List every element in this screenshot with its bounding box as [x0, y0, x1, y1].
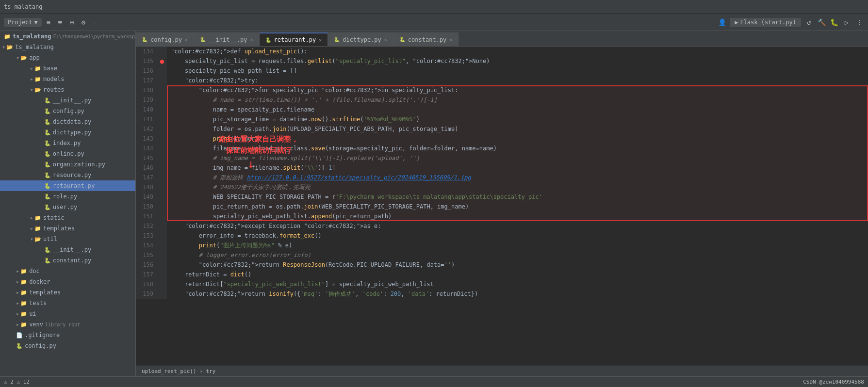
- tree-item-config-py[interactable]: 🐍config.py: [0, 106, 135, 116]
- debug-icon[interactable]: 🐛: [829, 17, 839, 27]
- tree-folder-name: models: [43, 76, 64, 82]
- code-content-140: name = specialty_pic.filename: [167, 105, 868, 114]
- code-line-157: 157 returnDict = dict(): [136, 270, 868, 279]
- tree-item-ui[interactable]: ▸📁ui: [0, 308, 135, 319]
- line-number-156: 156: [136, 260, 157, 270]
- flask-run-button[interactable]: ▶ Flask (start.py): [730, 18, 801, 27]
- file-icon: 🐍: [44, 247, 51, 253]
- tree-item-dicttype-py[interactable]: 🐍dicttype.py: [0, 127, 135, 138]
- line-gutter-135: ●: [157, 56, 167, 66]
- collapse-all-icon[interactable]: ⊟: [67, 17, 77, 27]
- tab-close-button[interactable]: ✕: [319, 37, 322, 43]
- breakpoint-icon[interactable]: ●: [160, 56, 164, 66]
- tree-view-icon[interactable]: ≡: [55, 17, 65, 27]
- code-line-137: 137 "color:#cc7832;">try:: [136, 76, 868, 85]
- tree-item-online-py[interactable]: 🐍online.py: [0, 148, 135, 159]
- code-content-146: img_name = filename.split('\\')[-1]: [167, 163, 868, 173]
- tab-__init__-py[interactable]: 🐍__init__.py✕: [194, 32, 260, 46]
- code-content-143: print(folder): [167, 134, 868, 144]
- tree-item-static[interactable]: ▸📁static: [0, 212, 135, 223]
- folder-icon: 📁: [34, 65, 41, 72]
- toolbar-left: Project ▼ ⊕ ≡ ⊟ ⚙ —: [4, 17, 715, 27]
- tree-item--gitignore[interactable]: 📄.gitignore: [0, 330, 135, 340]
- tab-close-button[interactable]: ✕: [185, 37, 188, 42]
- tree-item-role-py[interactable]: 🐍role.py: [0, 191, 135, 202]
- code-line-148: 148 # 240522使于大家学习测试，先写死: [136, 182, 868, 192]
- build-icon[interactable]: 🔨: [817, 17, 826, 27]
- line-number-141: 141: [136, 114, 157, 124]
- project-root: 📁ts_malatangF:\zhangenwei\pycharm_worksp…: [0, 31, 135, 42]
- tree-item-index-py[interactable]: 🐍index.py: [0, 138, 135, 148]
- csdn-attribution: CSDN @zew1040994588: [803, 379, 864, 385]
- file-icon: 🐍: [44, 161, 51, 168]
- tree-folder-name: app: [29, 54, 40, 61]
- tree-item-templates[interactable]: ▸📁templates: [0, 223, 135, 234]
- more-icon[interactable]: ⋮: [854, 17, 864, 27]
- add-files-icon[interactable]: ⊕: [44, 17, 53, 27]
- code-line-154: 154 print("图片上传问题为%s" % e): [136, 241, 868, 250]
- code-line-141: 141 pic_storage_time = datetime.now().st…: [136, 114, 868, 124]
- code-content-152: "color:#cc7832;">except Exception "color…: [167, 221, 868, 231]
- code-editor[interactable]: 134"color:#cc7832;">def upload_rest_pic(…: [136, 47, 868, 366]
- code-content-144: filename = upload_pic_class.save(storage…: [167, 144, 868, 153]
- line-gutter-144: [157, 144, 167, 153]
- tree-file-name: .gitignore: [25, 332, 60, 339]
- tab-close-button[interactable]: ✕: [250, 37, 253, 42]
- tree-folder-name: util: [43, 236, 57, 242]
- run-icon2[interactable]: ▷: [842, 17, 852, 27]
- line-gutter-158: [157, 279, 167, 289]
- tree-item-venv[interactable]: ▸📁venvlibrary root: [0, 319, 135, 330]
- tree-file-name: dictdata.py: [53, 118, 91, 125]
- tree-file-name: dicttype.py: [53, 129, 91, 136]
- tree-folder-name: templates: [29, 289, 61, 296]
- tree-item-user-py[interactable]: 🐍user.py: [0, 202, 135, 212]
- code-line-134: 134"color:#cc7832;">def upload_rest_pic(…: [136, 47, 868, 56]
- code-content-153: error_info = traceback.format_exc(): [167, 231, 868, 241]
- tab-retaurant-py[interactable]: 🐍retaurant.py✕: [260, 32, 328, 46]
- line-gutter-152: [157, 221, 167, 231]
- code-line-144: 144 filename = upload_pic_class.save(sto…: [136, 144, 868, 153]
- tree-item-routes[interactable]: ▾📂routes: [0, 84, 135, 95]
- tab-constant-py[interactable]: 🐍constant.py✕: [393, 32, 459, 46]
- tree-item-doc[interactable]: ▸📁doc: [0, 266, 135, 276]
- tab-label: config.py: [150, 36, 182, 43]
- tree-item-docker[interactable]: ▸📁docker: [0, 276, 135, 287]
- tree-item-models[interactable]: ▸📁models: [0, 74, 135, 84]
- tree-item-resource-py[interactable]: 🐍resource.py: [0, 170, 135, 180]
- tree-item-util[interactable]: ▾📂util: [0, 234, 135, 244]
- tree-item-retaurant-py[interactable]: 🐍retaurant.py: [0, 180, 135, 191]
- tree-item-tests[interactable]: ▸📁tests: [0, 298, 135, 308]
- line-gutter-148: [157, 182, 167, 192]
- line-gutter-146: [157, 163, 167, 173]
- project-dropdown[interactable]: Project ▼: [4, 18, 42, 27]
- tree-item-__init__-py[interactable]: 🐍__init__.py: [0, 95, 135, 106]
- title-bar-text: ts_malatang: [4, 3, 42, 10]
- line-number-146: 146: [136, 163, 157, 173]
- tree-folder-name: docker: [29, 278, 50, 285]
- line-gutter-139: [157, 95, 167, 105]
- tree-item-ts_malatang[interactable]: ▾📂ts_malatang: [0, 42, 135, 52]
- tab-config-py[interactable]: 🐍config.py✕: [136, 32, 194, 46]
- line-gutter-157: [157, 270, 167, 279]
- tree-item-config-py[interactable]: 🐍config.py: [0, 340, 135, 351]
- tab-label: __init__.py: [209, 36, 247, 43]
- tree-item-organization-py[interactable]: 🐍organization.py: [0, 159, 135, 170]
- file-icon: 🐍: [44, 97, 51, 104]
- tree-item-dictdata-py[interactable]: 🐍dictdata.py: [0, 116, 135, 127]
- tree-item-app[interactable]: ▾📂app: [0, 52, 135, 63]
- tree-item-base[interactable]: ▸📁base: [0, 63, 135, 74]
- tree-item-constant-py[interactable]: 🐍constant.py: [0, 255, 135, 266]
- tab-close-button[interactable]: ✕: [384, 37, 387, 42]
- code-line-156: 156 "color:#cc7832;">return ResponseJson…: [136, 260, 868, 270]
- tab-dicttype-py[interactable]: 🐍dicttype.py✕: [328, 32, 393, 46]
- refresh-icon[interactable]: ↺: [804, 17, 814, 27]
- settings-icon[interactable]: ⚙: [79, 17, 88, 27]
- tab-close-button[interactable]: ✕: [449, 37, 452, 42]
- minimize-icon[interactable]: —: [90, 17, 100, 27]
- tree-item-templates[interactable]: ▸📁templates: [0, 287, 135, 298]
- code-line-150: 150 pic_return_path = os.path.join(WEB_S…: [136, 202, 868, 211]
- tree-item-__init__-py[interactable]: 🐍__init__.py: [0, 244, 135, 255]
- tree-file-name: retaurant.py: [53, 182, 95, 189]
- tree-folder-name: routes: [43, 86, 64, 93]
- user-icon[interactable]: 👤: [717, 17, 727, 27]
